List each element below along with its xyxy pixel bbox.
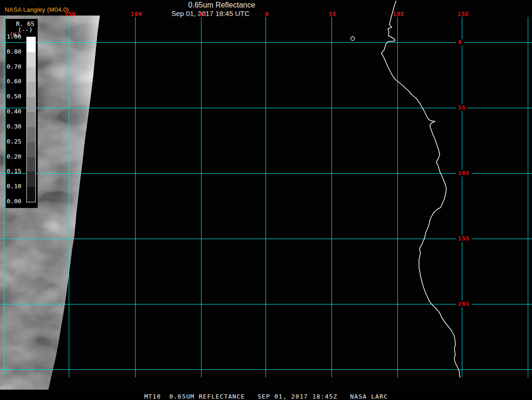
- colorbar-segment: [27, 67, 35, 82]
- latitude-label: 0: [456, 39, 464, 46]
- colorbar-ramp: [26, 37, 36, 202]
- colorbar-segment: [27, 82, 35, 97]
- colorbar-segment: [27, 187, 35, 202]
- colorbar-tick-label: 0.25: [7, 138, 21, 145]
- colorbar-tick-label: 0.00: [7, 198, 21, 205]
- colorbar-tick-label: 0.10: [7, 183, 21, 190]
- colorbar-segment: [27, 172, 35, 187]
- colorbar-tick-label: 0.60: [7, 78, 21, 85]
- colorbar-segment: [27, 112, 35, 127]
- colorbar-tick-label: 1.00: [7, 33, 21, 40]
- colorbar-tick-label: 0.20: [7, 153, 21, 160]
- coastline-layer: [0, 0, 532, 400]
- latitude-label: 10S: [456, 170, 472, 176]
- colorbar-tick-label: 0.30: [7, 123, 21, 130]
- colorbar-segment: [27, 97, 35, 112]
- colorbar: R. 65 (--) (K) 1.000.800.700.600.500.400…: [6, 19, 38, 208]
- status-bar: MT10 0.65UM REFLECTANCE SEP 01, 2017 18:…: [0, 390, 532, 400]
- colorbar-segment: [27, 37, 35, 52]
- coastline: [381, 1, 460, 377]
- status-bar-text: MT10 0.65UM REFLECTANCE SEP 01, 2017 18:…: [144, 393, 388, 400]
- colorbar-tick-label: 0.15: [7, 168, 21, 175]
- latitude-label: 15S: [456, 235, 472, 242]
- colorbar-segment: [27, 127, 35, 142]
- colorbar-tick-label: 0.80: [7, 48, 21, 56]
- colorbar-tick-label: 0.70: [7, 63, 21, 71]
- colorbar-segment: [27, 52, 35, 67]
- latitude-label: 5S: [456, 104, 468, 111]
- colorbar-segment: [27, 157, 35, 172]
- colorbar-segment: [27, 142, 35, 157]
- satellite-product-view: 15W10W5W05E10E15E05S10S15S20S R. 65 (--)…: [0, 0, 532, 400]
- colorbar-tick-label: 0.40: [7, 108, 21, 115]
- island-outline: [351, 37, 355, 40]
- colorbar-tick-label: 0.50: [7, 93, 21, 100]
- latitude-label: 20S: [456, 301, 472, 307]
